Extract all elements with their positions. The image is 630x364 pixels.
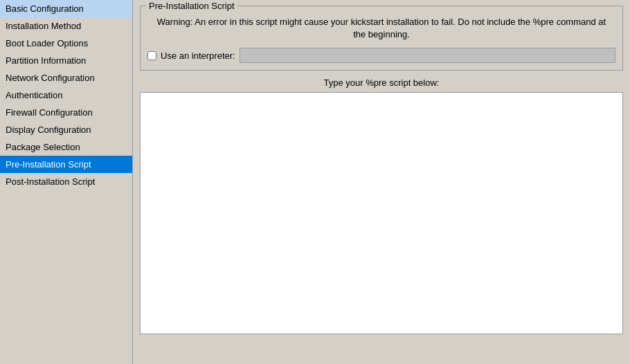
use-interpreter-label: Use an interpreter: xyxy=(161,51,235,61)
main-content: Pre-Installation Script Warning: An erro… xyxy=(133,0,630,364)
sidebar: Basic ConfigurationInstallation MethodBo… xyxy=(0,0,133,364)
script-label: Type your %pre script below: xyxy=(140,78,623,88)
sidebar-item-installation-method[interactable]: Installation Method xyxy=(0,17,132,35)
fieldset-legend: Pre-Installation Script xyxy=(146,1,237,11)
use-interpreter-checkbox[interactable] xyxy=(147,51,156,60)
interpreter-input[interactable] xyxy=(240,48,615,63)
script-textarea[interactable] xyxy=(140,92,623,334)
sidebar-item-network-configuration[interactable]: Network Configuration xyxy=(0,69,132,87)
sidebar-item-partition-information[interactable]: Partition Information xyxy=(0,52,132,69)
interpreter-row: Use an interpreter: xyxy=(147,48,615,63)
pre-installation-fieldset: Pre-Installation Script Warning: An erro… xyxy=(140,6,623,71)
script-section: Type your %pre script below: xyxy=(140,78,623,336)
sidebar-item-boot-loader-options[interactable]: Boot Loader Options xyxy=(0,35,132,52)
sidebar-item-firewall-configuration[interactable]: Firewall Configuration xyxy=(0,104,132,121)
sidebar-item-package-selection[interactable]: Package Selection xyxy=(0,138,132,156)
sidebar-item-authentication[interactable]: Authentication xyxy=(0,87,132,104)
warning-text: Warning: An error in this script might c… xyxy=(147,10,615,44)
sidebar-item-pre-installation-script[interactable]: Pre-Installation Script xyxy=(0,156,132,173)
sidebar-item-basic-configuration[interactable]: Basic Configuration xyxy=(0,0,132,17)
sidebar-item-post-installation-script[interactable]: Post-Installation Script xyxy=(0,173,132,190)
sidebar-item-display-configuration[interactable]: Display Configuration xyxy=(0,121,132,138)
app-container: Basic ConfigurationInstallation MethodBo… xyxy=(0,0,630,364)
